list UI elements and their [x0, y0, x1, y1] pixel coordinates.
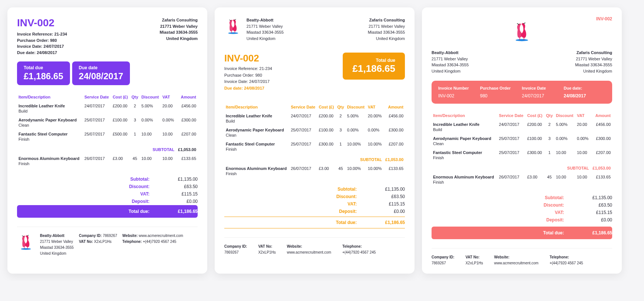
invoice-card-coral: INV-002 Beatty-Abbott 21771 Weber Valley…: [422, 7, 622, 274]
footer: Company ID:7869267 VAT No:X2xLP1Hs Websi…: [224, 237, 405, 255]
totals: Subtotal:£1,135.00 Discount:£63.50 VAT:£…: [17, 175, 198, 218]
vendor-address: Beatty-Abbott 21771 Weber Valley Miastad…: [40, 233, 74, 257]
flamingo-icon: [17, 233, 35, 252]
invoice-reference: Invoice Reference: 21-234: [17, 31, 67, 37]
flamingo-icon: [224, 17, 242, 41]
table-row: Enormous Aluminum KeyboardFinish 26/07/2…: [224, 164, 405, 178]
table-row: Aerodynamic Paper KeyboardClean 25/07/20…: [224, 126, 405, 140]
totals: Subtotal:£1,135.00 Discount:£63.50 VAT:£…: [432, 194, 612, 239]
totals: Subtotal:£1,135.00 Discount:£63.50 VAT:£…: [224, 185, 405, 228]
table-row: Incredible Leather KnifeBuild 24/07/2017…: [224, 111, 405, 126]
total-due-box: Total due £1,186.65: [17, 61, 70, 85]
purchase-order: Purchase Order: 980: [17, 37, 67, 44]
invoice-date: Invoice Date: 24/07/2017: [17, 43, 67, 50]
invoice-card-purple: INV-002 Invoice Reference: 21-234 Purcha…: [7, 7, 207, 274]
invoice-number: INV-002: [224, 53, 272, 64]
table-row: Incredible Leather KnifeBuild 24/07/2017…: [17, 101, 198, 116]
due-date-box: Due date 24/08/2017: [72, 61, 130, 85]
table-row: Fantastic Steel ComputerFinish 25/07/201…: [224, 140, 405, 154]
vendor-address: Beatty-Abbott 21771 Weber Valley Miastad…: [432, 50, 469, 74]
table-row: Aerodynamic Paper KeyboardClean 25/07/20…: [17, 116, 198, 130]
total-due-box: Total due £1,186.65: [343, 53, 405, 80]
subtotal-row: SUBTOTAL £1,053.00: [17, 144, 198, 154]
subtotal-row: SUBTOTAL £1,053.00: [224, 154, 405, 164]
footer: Beatty-Abbott 21771 Weber Valley Miastad…: [17, 227, 198, 257]
subtotal-row: SUBTOTAL £1,053.00: [432, 162, 612, 173]
table-row: Enormous Aluminum KeyboardFinish 26/07/2…: [432, 173, 612, 187]
vendor-address: Beatty-Abbott 21771 Weber Valley Miastad…: [246, 17, 284, 41]
table-row: Aerodynamic Paper KeyboardClean 25/07/20…: [432, 134, 612, 148]
table-row: Incredible Leather KnifeBuild 24/07/2017…: [432, 120, 612, 134]
client-address: Zafaris Consulting 21771 Weber Valley Mi…: [368, 17, 405, 41]
invoice-number: INV-002: [17, 17, 67, 29]
invoice-card-orange: Beatty-Abbott 21771 Weber Valley Miastad…: [215, 7, 415, 274]
invoice-number: INV-002: [596, 16, 612, 21]
flamingo-icon: [432, 20, 612, 42]
client-address: Zafaris Consulting 21771 Weber Valley Mi…: [575, 50, 612, 74]
line-items-table: Item/Description Service Date Cost (£) Q…: [224, 103, 405, 178]
due-date: Due date: 24/08/2017: [17, 50, 67, 56]
footer: Company ID:7869267 VAT No:X2xLP1Hs Websi…: [432, 248, 612, 266]
client-address: Zafaris Consulting 21771 Weber Valley Mi…: [160, 17, 198, 56]
line-items-table: Item/Description Service Date Cost (£) Q…: [432, 111, 612, 187]
table-row: Fantastic Steel ComputerFinish 25/07/201…: [17, 130, 198, 144]
table-row: Enormous Aluminum KeyboardFinish 26/07/2…: [17, 154, 198, 168]
line-items-table: Item/Description Service Date Cost (£) Q…: [17, 93, 198, 168]
table-row: Fantastic Steel ComputerFinish 25/07/201…: [432, 148, 612, 162]
invoice-info-band: Invoice NumberINV-002 Purchase Order980 …: [432, 81, 612, 104]
